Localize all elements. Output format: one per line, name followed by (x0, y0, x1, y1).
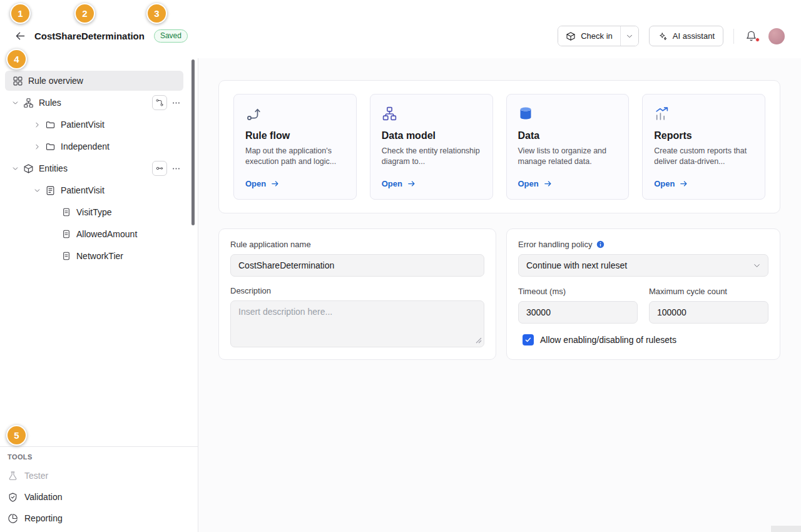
rules-more-button[interactable] (168, 95, 183, 110)
check-in-button[interactable]: Check in (558, 26, 620, 46)
sidebar-item-validation[interactable]: Validation (0, 486, 198, 508)
card-rule-flow: Rule flow Map out the application's exec… (233, 94, 357, 200)
navigation-tree: Rule overview Rules (0, 58, 198, 268)
entities-more-button[interactable] (168, 161, 183, 176)
chevron-down-icon[interactable] (11, 99, 19, 107)
chevron-down-icon (752, 261, 762, 270)
timeout-input[interactable] (518, 301, 638, 324)
chevron-down-icon[interactable] (33, 187, 41, 195)
open-data-link[interactable]: Open (518, 179, 618, 188)
top-bar: CostShareDetermination Saved Check in (0, 0, 801, 58)
main-content: Rule flow Map out the application's exec… (198, 58, 801, 532)
saved-status-badge: Saved (154, 29, 188, 43)
card-data-model: Data model Check the entity relationship… (370, 94, 493, 200)
tree-item-field-visittype[interactable]: VisitType (5, 202, 183, 222)
arrow-right-icon (270, 179, 280, 188)
info-icon[interactable] (596, 240, 605, 248)
sidebar-item-rule-overview[interactable]: Rule overview (5, 71, 183, 91)
tree-item-entity-patientvisit[interactable]: PatientVisit (5, 180, 183, 200)
rule-application-name-input[interactable] (230, 254, 484, 277)
trending-chart-icon (654, 105, 753, 122)
open-label: Open (382, 179, 402, 188)
notification-dot (755, 38, 760, 42)
rulesets-toggle-row: Allow enabling/disabling of rulesets (518, 334, 768, 345)
open-reports-link[interactable]: Open (654, 179, 753, 188)
rules-hierarchy-icon (23, 98, 34, 108)
tree-item-label: Independent (61, 141, 110, 151)
tree-item-folder-independent[interactable]: Independent (5, 136, 183, 156)
card-description: Map out the application's execution path… (245, 146, 345, 166)
scrollbar-corner (771, 526, 801, 532)
card-title: Reports (654, 130, 753, 141)
tree-group-label: Rules (39, 98, 61, 108)
node-link-icon (155, 164, 164, 173)
sidebar-item-label: Tester (24, 471, 48, 481)
tree-item-field-allowedamount[interactable]: AllowedAmount (5, 224, 183, 244)
entities-row-actions (152, 161, 183, 176)
tree-item-label: PatientVisit (61, 120, 105, 130)
description-textarea[interactable] (230, 300, 484, 347)
card-title: Data (518, 130, 618, 141)
flask-icon (8, 471, 18, 481)
timeout-field-group: Timeout (ms) (518, 287, 638, 324)
database-icon (518, 105, 618, 122)
folder-icon (45, 141, 56, 152)
rulesets-checkbox[interactable] (523, 334, 534, 345)
top-bar-left: CostShareDetermination Saved (13, 28, 188, 44)
tree-group-entities[interactable]: Entities (5, 158, 183, 178)
error-policy-value: Continue with next ruleset (526, 260, 627, 270)
ai-assistant-label: AI assistant (673, 31, 715, 41)
tree-item-label: VisitType (76, 207, 112, 217)
error-policy-label-text: Error handling policy (518, 240, 593, 249)
more-horizontal-icon (171, 164, 181, 173)
sidebar-item-label: Rule overview (28, 76, 83, 86)
tree-item-label: NetworkTier (76, 251, 123, 261)
check-in-dropdown-button[interactable] (620, 26, 638, 46)
annotation-marker-3: 3 (146, 3, 167, 24)
error-policy-select[interactable]: Continue with next ruleset (518, 254, 768, 277)
rule-flow-shortcut-button[interactable] (152, 95, 167, 110)
annotation-marker-1: 1 (10, 3, 31, 24)
error-handling-panel: Error handling policy Continue with next… (506, 228, 780, 360)
tools-section: TOOLS Tester Validation (0, 446, 198, 532)
sidebar-item-reporting[interactable]: Reporting (0, 508, 198, 529)
back-button[interactable] (13, 28, 28, 44)
ai-assistant-button[interactable]: AI assistant (649, 26, 723, 46)
card-description: Check the entity relationship diagram to… (382, 146, 481, 166)
open-label: Open (245, 179, 266, 188)
content-area: Rule overview Rules (0, 58, 801, 532)
rules-row-actions (152, 95, 183, 110)
chevron-down-icon (625, 32, 634, 41)
chevron-down-icon[interactable] (11, 165, 19, 173)
chevron-right-icon[interactable] (33, 121, 41, 129)
chevron-right-icon[interactable] (33, 143, 41, 151)
card-reports: Reports Create custom reports that deliv… (642, 94, 765, 200)
check-in-label: Check in (581, 31, 613, 41)
arrow-left-icon (14, 29, 27, 43)
card-title: Data model (382, 130, 481, 141)
open-rule-flow-link[interactable]: Open (245, 179, 345, 188)
sidebar-scrollbar-thumb[interactable] (191, 59, 195, 225)
notifications-button[interactable] (744, 29, 758, 43)
tree-item-field-networktier[interactable]: NetworkTier (5, 246, 183, 266)
card-data: Data View lists to organize and manage r… (506, 94, 630, 200)
numeric-settings-row: Timeout (ms) Maximum cycle count (518, 287, 768, 324)
sidebar: Rule overview Rules (0, 58, 198, 532)
rule-application-panel: Rule application name Description (218, 228, 496, 360)
open-label: Open (518, 179, 539, 188)
entity-shortcut-button[interactable] (152, 161, 167, 176)
max-cycle-input[interactable] (649, 301, 768, 324)
more-horizontal-icon (171, 98, 181, 108)
folder-icon (45, 120, 56, 130)
tree-item-folder-patientvisit[interactable]: PatientVisit (5, 115, 183, 135)
quick-access-panel: Rule flow Map out the application's exec… (218, 80, 780, 213)
tree-group-label: Entities (39, 163, 68, 173)
field-icon (61, 207, 71, 217)
field-icon (61, 251, 71, 261)
settings-row: Rule application name Description Error … (218, 228, 780, 360)
user-avatar[interactable] (768, 28, 785, 44)
max-cycle-label: Maximum cycle count (649, 287, 768, 296)
check-in-icon (566, 31, 576, 41)
tree-group-rules[interactable]: Rules (5, 93, 183, 113)
open-data-model-link[interactable]: Open (382, 179, 481, 188)
